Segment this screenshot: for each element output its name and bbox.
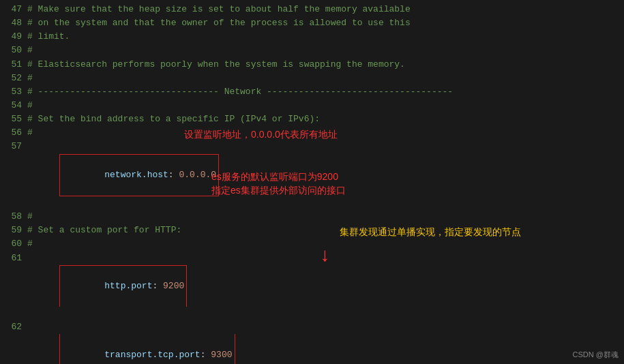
code-container: 47 # Make sure that the heap size is set…	[0, 0, 624, 364]
code-line-51: 51 # Elasticsearch performs poorly when …	[0, 58, 624, 72]
code-line-47: 47 # Make sure that the heap size is set…	[0, 3, 624, 16]
code-line-59: 59 # Set a custom port for HTTP:	[0, 224, 624, 237]
code-line-54: 54 #	[0, 99, 624, 112]
annotation-transport-port: 指定es集群提供外部访问的接口	[211, 185, 346, 197]
code-line-61: 61 http.port: 9200	[0, 252, 624, 321]
code-line-60: 60 #	[0, 237, 624, 251]
code-line-53: 53 # ---------------------------------- …	[0, 85, 624, 99]
code-line-50: 50 #	[0, 44, 624, 57]
code-line-52: 52 #	[0, 72, 624, 85]
code-line-58: 58 #	[0, 210, 624, 224]
code-line-49: 49 # limit.	[0, 30, 624, 44]
annotation-discovery: 集群发现通过单播实现，指定要发现的节点	[340, 226, 521, 239]
arrow-discovery: ↓	[319, 245, 331, 267]
watermark: CSDN @群魂	[573, 350, 619, 360]
annotation-http-port: es服务的默认监听端口为9200	[211, 171, 338, 183]
code-line-48: 48 # on the system and that the owner of…	[0, 16, 624, 30]
code-line-62: 62 transport.tcp.port: 9300	[0, 320, 624, 364]
code-line-55: 55 # Set the bind address to a specific …	[0, 112, 624, 126]
annotation-network-host: 设置监听地址，0.0.0.0代表所有地址	[184, 129, 338, 141]
